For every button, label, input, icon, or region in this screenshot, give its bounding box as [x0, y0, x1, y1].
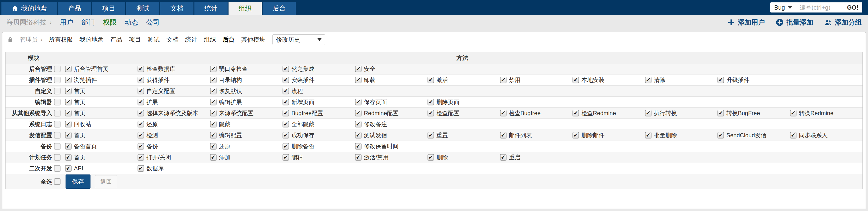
go-button[interactable]: GO!: [843, 2, 862, 12]
method-checkbox[interactable]: [428, 77, 434, 83]
method-checkbox[interactable]: [428, 99, 434, 105]
history-select[interactable]: 修改历史: [273, 34, 325, 45]
method-checkbox[interactable]: [65, 77, 71, 83]
method-checkbox[interactable]: [210, 121, 217, 127]
method-checkbox[interactable]: [282, 99, 289, 105]
method-checkbox[interactable]: [210, 143, 217, 150]
method-checkbox[interactable]: [355, 154, 362, 161]
method-checkbox[interactable]: [210, 77, 217, 83]
method-checkbox[interactable]: [137, 121, 144, 127]
submenu-item-user[interactable]: 用户: [60, 18, 73, 27]
select-all-checkbox[interactable]: [54, 178, 61, 185]
module-checkbox[interactable]: [54, 77, 61, 83]
save-button[interactable]: 保存: [65, 175, 91, 189]
method-checkbox[interactable]: [717, 110, 724, 116]
method-checkbox[interactable]: [717, 77, 724, 83]
method-checkbox[interactable]: [137, 77, 144, 83]
method-checkbox[interactable]: [355, 121, 362, 127]
method-checkbox[interactable]: [282, 154, 289, 161]
nav-tab-product[interactable]: 产品: [58, 2, 91, 15]
method-checkbox[interactable]: [428, 110, 434, 116]
method-checkbox[interactable]: [210, 132, 217, 138]
search-type-dropdown[interactable]: Bug: [770, 2, 796, 12]
method-checkbox[interactable]: [65, 88, 71, 94]
method-checkbox[interactable]: [137, 99, 144, 105]
search-input[interactable]: [796, 2, 843, 12]
method-checkbox[interactable]: [210, 88, 217, 94]
method-checkbox[interactable]: [500, 154, 506, 161]
toolbar-link-project[interactable]: 项目: [129, 35, 141, 44]
toolbar-link-doc[interactable]: 文档: [166, 35, 178, 44]
toolbar-link-test[interactable]: 测试: [148, 35, 160, 44]
method-checkbox[interactable]: [65, 121, 71, 127]
method-checkbox[interactable]: [137, 165, 144, 172]
method-checkbox[interactable]: [717, 132, 724, 138]
toolbar-link-organization[interactable]: 组织: [204, 35, 216, 44]
module-checkbox[interactable]: [54, 65, 61, 72]
toolbar-link-my[interactable]: 我的地盘: [80, 35, 103, 44]
submenu-item-company[interactable]: 公司: [146, 18, 160, 27]
module-checkbox[interactable]: [54, 110, 61, 116]
method-checkbox[interactable]: [65, 143, 71, 150]
method-checkbox[interactable]: [65, 65, 71, 72]
method-checkbox[interactable]: [355, 132, 362, 138]
method-checkbox[interactable]: [65, 99, 71, 105]
module-checkbox[interactable]: [54, 143, 61, 150]
method-checkbox[interactable]: [282, 88, 289, 94]
nav-tab-admin[interactable]: 后台: [262, 2, 296, 15]
method-checkbox[interactable]: [137, 132, 144, 138]
method-checkbox[interactable]: [137, 143, 144, 150]
method-checkbox[interactable]: [210, 65, 217, 72]
module-checkbox[interactable]: [54, 165, 61, 172]
method-checkbox[interactable]: [572, 110, 579, 116]
method-checkbox[interactable]: [355, 65, 362, 72]
toolbar-link-other[interactable]: 其他模块: [241, 35, 265, 44]
submenu-item-dept[interactable]: 部门: [82, 18, 95, 27]
submenu-item-privilege[interactable]: 权限: [103, 18, 117, 27]
nav-tab-doc[interactable]: 文档: [160, 2, 193, 15]
method-checkbox[interactable]: [65, 110, 71, 116]
submenu-item-dynamic[interactable]: 动态: [125, 18, 138, 27]
method-checkbox[interactable]: [355, 110, 362, 116]
toolbar-link-product[interactable]: 产品: [110, 35, 122, 44]
method-checkbox[interactable]: [428, 154, 434, 161]
nav-tab-organization[interactable]: 组织: [228, 2, 262, 15]
method-checkbox[interactable]: [210, 110, 217, 116]
method-checkbox[interactable]: [500, 77, 506, 83]
module-checkbox[interactable]: [54, 121, 61, 127]
module-checkbox[interactable]: [54, 99, 61, 105]
method-checkbox[interactable]: [790, 110, 797, 116]
method-checkbox[interactable]: [137, 65, 144, 72]
method-checkbox[interactable]: [282, 65, 289, 72]
nav-tab-project[interactable]: 项目: [92, 2, 125, 15]
method-checkbox[interactable]: [210, 154, 217, 161]
method-checkbox[interactable]: [355, 143, 362, 150]
method-checkbox[interactable]: [210, 99, 217, 105]
method-checkbox[interactable]: [500, 110, 506, 116]
method-checkbox[interactable]: [645, 110, 651, 116]
method-checkbox[interactable]: [355, 99, 362, 105]
method-checkbox[interactable]: [282, 110, 289, 116]
add-user-button[interactable]: 添加用户: [727, 18, 765, 27]
nav-tab-test[interactable]: 测试: [126, 2, 159, 15]
method-checkbox[interactable]: [500, 132, 506, 138]
toolbar-link-all-priv[interactable]: 所有权限: [49, 35, 73, 44]
module-checkbox[interactable]: [54, 88, 61, 94]
method-checkbox[interactable]: [65, 154, 71, 161]
method-checkbox[interactable]: [65, 165, 71, 172]
method-checkbox[interactable]: [572, 132, 579, 138]
module-checkbox[interactable]: [54, 132, 61, 138]
method-checkbox[interactable]: [790, 132, 797, 138]
method-checkbox[interactable]: [65, 132, 71, 138]
method-checkbox[interactable]: [282, 121, 289, 127]
method-checkbox[interactable]: [428, 132, 434, 138]
method-checkbox[interactable]: [282, 77, 289, 83]
method-checkbox[interactable]: [645, 132, 651, 138]
add-group-button[interactable]: 添加分组: [824, 18, 862, 27]
toolbar-link-admin[interactable]: 后台: [222, 35, 235, 44]
method-checkbox[interactable]: [572, 77, 579, 83]
batch-add-button[interactable]: 批量添加: [776, 18, 813, 27]
method-checkbox[interactable]: [137, 154, 144, 161]
toolbar-link-stats[interactable]: 统计: [185, 35, 197, 44]
nav-tab-stats[interactable]: 统计: [194, 2, 227, 15]
